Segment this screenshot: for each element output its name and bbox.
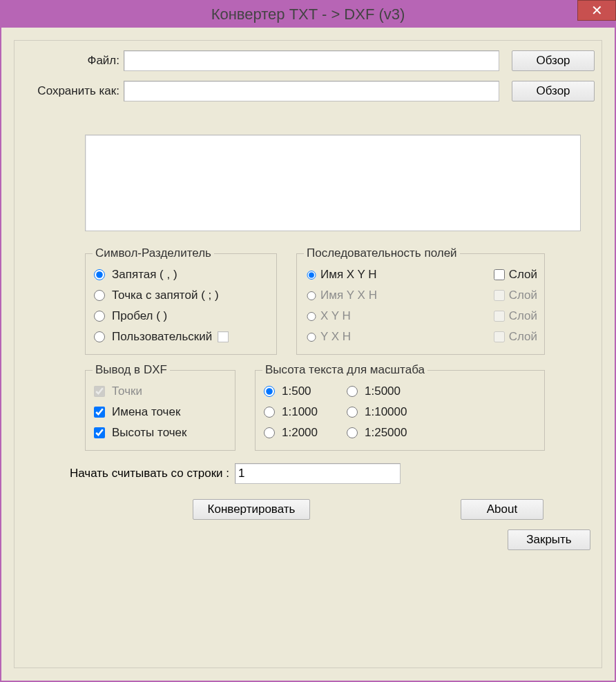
main-panel: Файл: Обзор Сохранить как: Обзор Символ-… bbox=[14, 40, 602, 668]
app-window: Конвертер TXT - > DXF (v3) ✕ Файл: Обзор… bbox=[0, 0, 616, 682]
delim-space[interactable]: Пробел ( ) bbox=[93, 306, 269, 327]
delim-semicolon-label: Точка с запятой ( ; ) bbox=[112, 289, 219, 302]
scale-1000[interactable]: 1:1000 bbox=[262, 402, 318, 422]
group-scale: Высота текста для масштаба 1:500 1:1000 bbox=[255, 363, 545, 451]
window-title: Конвертер TXT - > DXF (v3) bbox=[1, 6, 615, 23]
saveas-input[interactable] bbox=[124, 81, 499, 101]
delim-space-label: Пробел ( ) bbox=[112, 309, 167, 323]
bottom-row-2: Закрыть bbox=[21, 529, 595, 550]
scale-5000-label: 1:5000 bbox=[365, 384, 401, 398]
scale-1000-label: 1:1000 bbox=[282, 405, 318, 419]
out-heights[interactable]: Высоты точек bbox=[93, 422, 228, 443]
mid-groups: Вывод в DXF Точки Имена точек Высоты точ… bbox=[85, 363, 581, 451]
group-delimiter: Символ-Разделитель Запятая ( , ) Точка с… bbox=[85, 246, 277, 355]
out-points: Точки bbox=[93, 381, 228, 402]
seq-opt2[interactable]: Имя Y X H Слой bbox=[304, 285, 537, 306]
close-glyph: ✕ bbox=[591, 2, 603, 19]
scale-25000-label: 1:25000 bbox=[365, 426, 407, 440]
radio-seq-1[interactable] bbox=[305, 271, 318, 280]
radio-scale-2000[interactable] bbox=[264, 427, 275, 438]
radio-scale-1000[interactable] bbox=[264, 407, 275, 418]
start-line-input[interactable] bbox=[235, 463, 401, 484]
radio-scale-500[interactable] bbox=[264, 386, 275, 397]
checkbox-layer-4 bbox=[494, 331, 505, 342]
radio-scale-25000[interactable] bbox=[347, 427, 358, 438]
scale-2000-label: 1:2000 bbox=[282, 426, 318, 440]
radio-delim-comma[interactable] bbox=[94, 269, 105, 280]
scale-columns: 1:500 1:1000 1:2000 bbox=[262, 381, 537, 443]
out-names[interactable]: Имена точек bbox=[93, 402, 228, 422]
checkbox-out-heights[interactable] bbox=[94, 427, 105, 438]
radio-seq-4[interactable] bbox=[305, 333, 318, 342]
seq-opt3-label: X Y H bbox=[320, 309, 494, 323]
checkbox-out-names[interactable] bbox=[94, 407, 105, 418]
scale-col-left: 1:500 1:1000 1:2000 bbox=[262, 381, 318, 443]
radio-scale-10000[interactable] bbox=[347, 407, 358, 418]
layer-label-3: Слой bbox=[509, 309, 537, 323]
delim-custom[interactable]: Пользовательский bbox=[93, 327, 269, 347]
out-names-label: Имена точек bbox=[112, 405, 180, 419]
seq-opt1[interactable]: Имя X Y H Слой bbox=[304, 264, 537, 285]
checkbox-layer-3 bbox=[494, 311, 505, 322]
saveas-label: Сохранить как: bbox=[21, 84, 124, 98]
file-row: Файл: Обзор bbox=[21, 50, 595, 71]
start-line-row: Начать считывать со строки : bbox=[70, 463, 581, 484]
group-scale-title: Высота текста для масштаба bbox=[262, 363, 427, 377]
seq-opt4[interactable]: Y X H Слой bbox=[304, 327, 537, 347]
close-icon[interactable]: ✕ bbox=[577, 0, 616, 21]
delim-comma[interactable]: Запятая ( , ) bbox=[93, 264, 269, 285]
seq-opt2-label: Имя Y X H bbox=[320, 289, 494, 302]
close-button[interactable]: Закрыть bbox=[508, 529, 590, 550]
out-points-label: Точки bbox=[112, 384, 142, 398]
delim-semicolon[interactable]: Точка с запятой ( ; ) bbox=[93, 285, 269, 306]
radio-seq-2[interactable] bbox=[305, 291, 318, 300]
radio-seq-3[interactable] bbox=[305, 312, 318, 321]
scale-5000[interactable]: 1:5000 bbox=[345, 381, 407, 402]
top-groups: Символ-Разделитель Запятая ( , ) Точка с… bbox=[85, 246, 581, 355]
group-output-title: Вывод в DXF bbox=[93, 363, 170, 377]
layer-label-4: Слой bbox=[509, 330, 537, 344]
browse-saveas-button[interactable]: Обзор bbox=[512, 81, 595, 101]
scale-2000[interactable]: 1:2000 bbox=[262, 422, 318, 443]
out-heights-label: Высоты точек bbox=[112, 426, 186, 440]
seq-opt4-label: Y X H bbox=[320, 330, 494, 344]
scale-500-label: 1:500 bbox=[282, 384, 311, 398]
delim-custom-input[interactable] bbox=[218, 331, 229, 342]
scale-10000-label: 1:10000 bbox=[365, 405, 407, 419]
file-label: Файл: bbox=[21, 54, 124, 68]
title-bar: Конвертер TXT - > DXF (v3) ✕ bbox=[1, 1, 615, 28]
checkbox-out-points bbox=[94, 386, 105, 397]
bottom-row: Конвертировать About bbox=[180, 499, 595, 520]
layer-label-1: Слой bbox=[509, 268, 537, 282]
seq-opt1-label: Имя X Y H bbox=[320, 268, 494, 282]
checkbox-layer-2 bbox=[494, 290, 505, 301]
radio-delim-custom[interactable] bbox=[94, 331, 105, 342]
about-button[interactable]: About bbox=[461, 499, 543, 520]
group-sequence-title: Последовательность полей bbox=[304, 246, 460, 260]
delim-comma-label: Запятая ( , ) bbox=[112, 268, 177, 282]
saveas-row: Сохранить как: Обзор bbox=[21, 81, 595, 101]
radio-delim-semicolon[interactable] bbox=[94, 290, 105, 301]
layer-label-2: Слой bbox=[509, 289, 537, 302]
group-sequence: Последовательность полей Имя X Y H Слой … bbox=[296, 246, 545, 355]
radio-scale-5000[interactable] bbox=[347, 386, 358, 397]
checkbox-layer-1[interactable] bbox=[494, 269, 505, 280]
file-input[interactable] bbox=[124, 50, 499, 71]
radio-delim-space[interactable] bbox=[94, 311, 105, 322]
start-line-label: Начать считывать со строки : bbox=[70, 467, 229, 480]
convert-button[interactable]: Конвертировать bbox=[193, 499, 310, 520]
scale-500[interactable]: 1:500 bbox=[262, 381, 318, 402]
client-area: Файл: Обзор Сохранить как: Обзор Символ-… bbox=[1, 28, 615, 681]
delim-custom-label: Пользовательский bbox=[112, 330, 212, 344]
scale-10000[interactable]: 1:10000 bbox=[345, 402, 407, 422]
scale-25000[interactable]: 1:25000 bbox=[345, 422, 407, 443]
seq-opt3[interactable]: X Y H Слой bbox=[304, 306, 537, 327]
group-delimiter-title: Символ-Разделитель bbox=[93, 246, 214, 260]
group-output: Вывод в DXF Точки Имена точек Высоты точ… bbox=[85, 363, 235, 451]
scale-col-right: 1:5000 1:10000 1:25000 bbox=[345, 381, 407, 443]
log-textarea[interactable] bbox=[85, 135, 581, 231]
browse-file-button[interactable]: Обзор bbox=[512, 50, 595, 71]
